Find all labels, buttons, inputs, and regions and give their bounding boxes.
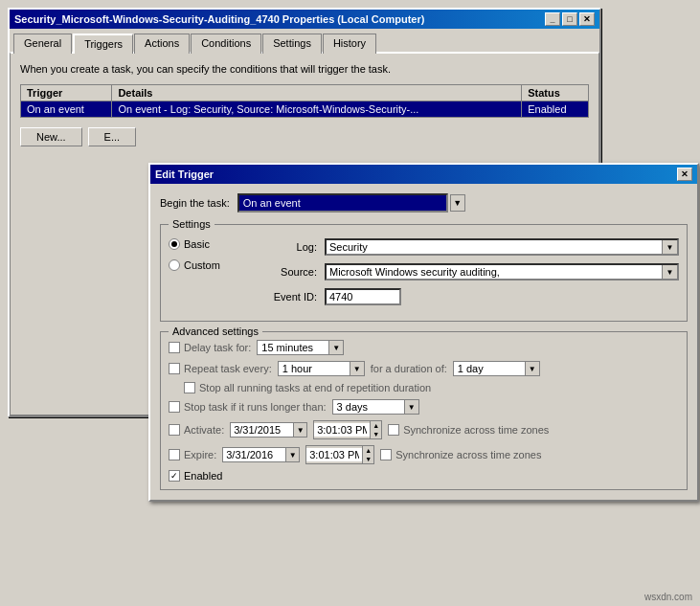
activate-date-input[interactable] [231,423,293,437]
enabled-checkbox-item[interactable]: Enabled [169,470,222,482]
edit-button[interactable]: E... [88,127,137,146]
new-button[interactable]: New... [20,127,82,146]
eventid-label: Event ID: [255,291,317,303]
sync-activate-label: Synchronize across time zones [403,424,549,436]
source-input[interactable] [327,265,662,279]
activate-time-input[interactable] [314,423,370,437]
sync-activate-checkbox[interactable] [388,424,399,436]
radio-group: Basic Custom [169,238,245,313]
repeat-task-input[interactable] [279,362,350,375]
sync-expire-checkbox[interactable] [380,449,392,460]
expire-checkbox[interactable] [169,449,180,460]
activate-date-combo[interactable]: ▼ [230,422,307,438]
log-combo[interactable]: ▼ [325,238,679,256]
activate-row: Activate: ▼ ▲ ▼ Synchronize across time … [169,420,679,439]
tab-triggers[interactable]: Triggers [73,34,133,54]
begin-task-dropdown[interactable]: On an event [237,193,448,213]
radio-custom[interactable]: Custom [169,259,245,271]
expire-time-input[interactable] [306,448,362,461]
delay-task-row: Delay task for: ▼ [169,340,679,355]
settings-group: Settings Basic Custom Log: [160,224,688,322]
expire-spin-up[interactable]: ▲ [363,446,373,455]
activate-checkbox[interactable] [169,424,180,436]
sync-activate-item[interactable]: Synchronize across time zones [388,424,549,436]
radio-basic[interactable]: Basic [169,238,245,250]
activate-spin-down[interactable]: ▼ [371,430,381,438]
radio-basic-circle[interactable] [169,238,180,250]
log-dropdown-arrow[interactable]: ▼ [662,240,677,254]
duration-arrow[interactable]: ▼ [526,362,539,375]
settings-inner: Basic Custom Log: ▼ [169,238,679,313]
activate-time-combo[interactable]: ▲ ▼ [313,420,382,439]
maximize-button[interactable]: □ [562,12,577,26]
bottom-buttons: New... E... [20,127,589,146]
log-label: Log: [255,241,317,253]
tab-history[interactable]: History [323,34,376,54]
delay-task-label: Delay task for: [184,342,251,353]
expire-time-combo[interactable]: ▲ ▼ [305,445,374,464]
eventid-input[interactable] [325,288,401,305]
edit-trigger-dialog: Edit Trigger ✕ Begin the task: On an eve… [148,163,699,502]
source-label: Source: [255,266,317,278]
delay-task-arrow[interactable]: ▼ [329,341,343,354]
begin-task-combo[interactable]: On an event ▼ [237,193,465,213]
duration-label: for a duration of: [371,363,447,374]
tab-general[interactable]: General [13,34,72,54]
expire-date-input[interactable] [223,448,285,461]
stop-if-checkbox-item[interactable]: Stop task if it runs longer than: [169,401,327,413]
tab-settings[interactable]: Settings [262,34,322,54]
enabled-row: Enabled [169,470,679,482]
expire-date-arrow[interactable]: ▼ [285,448,299,461]
enabled-checkbox[interactable] [169,470,180,482]
stop-if-checkbox[interactable] [169,401,180,413]
repeat-task-arrow[interactable]: ▼ [350,362,364,375]
expire-spin-down[interactable]: ▼ [363,455,373,463]
trigger-table: Trigger Details Status On an event On ev… [20,84,589,118]
col-details: Details [112,85,522,101]
minimize-button[interactable]: _ [545,12,560,26]
stop-if-label: Stop task if it runs longer than: [184,401,327,413]
stop-all-checkbox-item[interactable]: Stop all running tasks at end of repetit… [184,382,431,393]
main-title-bar: Security_Microsoft-Windows-Security-Audi… [10,10,599,29]
stop-if-arrow[interactable]: ▼ [405,400,418,414]
activate-spin-btns[interactable]: ▲ ▼ [370,421,381,438]
activate-checkbox-item[interactable]: Activate: [169,424,224,436]
stop-all-checkbox[interactable] [184,382,195,393]
sync-expire-label: Synchronize across time zones [395,449,541,460]
tab-actions[interactable]: Actions [134,34,190,54]
delay-task-input[interactable] [258,341,329,354]
stop-if-input[interactable] [333,400,405,414]
log-input[interactable] [327,240,662,254]
begin-task-value: On an event [243,197,301,209]
source-dropdown-arrow[interactable]: ▼ [662,265,677,279]
duration-combo[interactable]: ▼ [453,361,540,376]
begin-task-row: Begin the task: On an event ▼ [160,193,688,213]
repeat-task-checkbox[interactable] [169,363,180,374]
sync-expire-item[interactable]: Synchronize across time zones [380,449,541,460]
expire-date-combo[interactable]: ▼ [222,447,300,462]
log-row: Log: ▼ [255,238,679,256]
activate-date-arrow[interactable]: ▼ [293,423,306,437]
stop-if-combo[interactable]: ▼ [332,399,419,415]
close-button-main[interactable]: ✕ [579,12,595,26]
row-status: Enabled [522,101,589,118]
repeat-task-combo[interactable]: ▼ [278,361,365,376]
source-combo[interactable]: ▼ [325,263,679,281]
settings-group-title: Settings [169,218,215,230]
advanced-settings-group: Advanced settings Delay task for: ▼ Repe… [160,331,688,490]
repeat-task-checkbox-item[interactable]: Repeat task every: [169,363,272,374]
tab-conditions[interactable]: Conditions [191,34,261,54]
expire-checkbox-item[interactable]: Expire: [169,449,216,460]
stop-all-label: Stop all running tasks at end of repetit… [199,382,431,393]
expire-label: Expire: [184,449,216,460]
duration-input[interactable] [454,362,526,375]
delay-task-combo[interactable]: ▼ [257,340,344,355]
delay-task-checkbox-item[interactable]: Delay task for: [169,342,251,353]
radio-custom-circle[interactable] [169,259,180,271]
activate-spin-up[interactable]: ▲ [371,421,381,430]
dialog-close-button[interactable]: ✕ [677,168,692,181]
table-row[interactable]: On an event On event - Log: Security, So… [21,101,589,118]
delay-task-checkbox[interactable] [169,342,180,353]
begin-task-arrow[interactable]: ▼ [450,194,465,212]
expire-spin-btns[interactable]: ▲ ▼ [362,446,373,463]
